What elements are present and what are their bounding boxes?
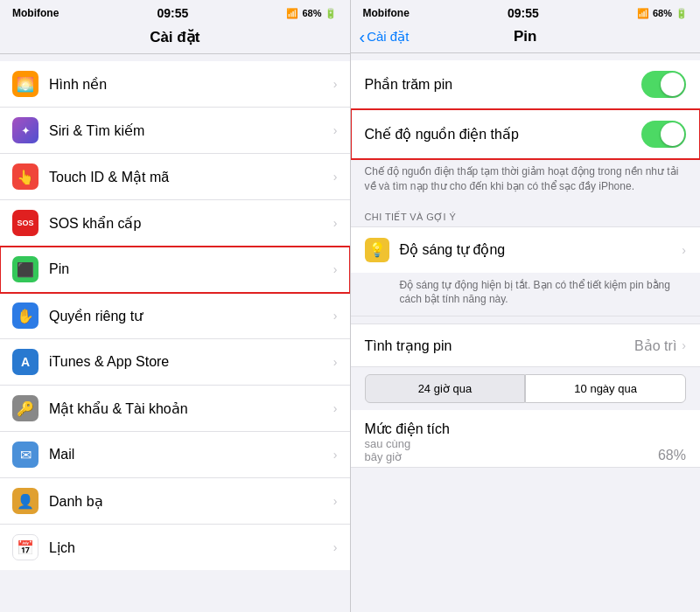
settings-item-itunes[interactable]: A iTunes & App Store ›: [0, 339, 350, 386]
battery-level: 68%: [302, 8, 321, 18]
mail-icon: ✉: [12, 442, 38, 468]
auto-brightness-section: 💡 Độ sáng tự động › Độ sáng tự động hiện…: [351, 226, 701, 317]
danhba-chevron: ›: [333, 494, 338, 508]
last-charge-section: Mức điện tích sau cùng bây giờ 68%: [351, 410, 701, 468]
siri-chevron: ›: [333, 123, 338, 137]
tab-row: 24 giờ qua 10 ngày qua: [351, 367, 701, 410]
left-panel: Mobifone 09:55 📶 68% 🔋 Cài đặt 🌅 Hình nề…: [0, 0, 350, 612]
lich-chevron: ›: [333, 540, 338, 554]
touchid-icon: 👆: [12, 163, 38, 190]
sos-chevron: ›: [333, 216, 338, 230]
phantram-label: Phần trăm pin: [365, 76, 642, 93]
auto-brightness-label: Độ sáng tự động: [400, 241, 682, 258]
left-status-bar: Mobifone 09:55 📶 68% 🔋: [0, 0, 350, 24]
settings-item-sos[interactable]: SOS SOS khẩn cấp ›: [0, 200, 350, 247]
phantram-row[interactable]: Phần trăm pin: [351, 60, 701, 109]
chedomguon-toggle[interactable]: [641, 121, 686, 148]
hinhnen-icon: 🌅: [12, 71, 38, 97]
last-charge-sub: sau cùng: [365, 437, 450, 450]
right-nav-bar: ‹ Cài đặt Pin: [351, 24, 701, 53]
matkhau-label: Mật khẩu & Tài khoản: [49, 400, 330, 417]
settings-group: 🌅 Hình nền › ✦ Siri & Tìm kiếm › 👆 Touch…: [0, 61, 350, 570]
quyen-icon: ✋: [12, 303, 38, 329]
tinh-trang-chevron: ›: [682, 338, 686, 352]
auto-brightness-row[interactable]: 💡 Độ sáng tự động ›: [351, 227, 701, 273]
mail-chevron: ›: [333, 448, 338, 462]
last-charge-value: 68%: [658, 448, 686, 463]
battery-icon: 🔋: [325, 8, 337, 19]
danhba-label: Danh bạ: [49, 493, 330, 510]
itunes-chevron: ›: [333, 355, 338, 369]
settings-item-pin[interactable]: ⬛ Pin ›: [0, 247, 350, 293]
chedomguon-label: Chế độ nguồn điện thấp: [365, 126, 642, 143]
settings-item-quyen[interactable]: ✋ Quyền riêng tư ›: [0, 293, 350, 339]
last-charge-row: Mức điện tích sau cùng bây giờ 68%: [351, 410, 701, 468]
settings-item-lich[interactable]: 📅 Lịch ›: [0, 525, 350, 570]
hinhnen-chevron: ›: [333, 77, 338, 91]
left-nav-title: Cài đặt: [150, 28, 200, 46]
tab-10d[interactable]: 10 ngày qua: [525, 374, 686, 403]
right-carrier: Mobifone: [363, 7, 410, 19]
right-battery-level: 68%: [653, 8, 672, 18]
pin-label: Pin: [49, 261, 330, 277]
left-settings-list: 🌅 Hình nền › ✦ Siri & Tìm kiếm › 👆 Touch…: [0, 54, 350, 612]
left-status-icons: 📶 68% 🔋: [286, 8, 337, 19]
auto-brightness-desc: Độ sáng tự động hiện bị tắt. Bạn có thể …: [351, 273, 701, 316]
last-charge-sub2: bây giờ: [365, 450, 450, 463]
back-label: Cài đặt: [367, 29, 409, 45]
right-panel: Mobifone 09:55 📶 68% 🔋 ‹ Cài đặt Pin Phầ…: [351, 0, 701, 612]
lich-icon: 📅: [12, 534, 38, 560]
sos-label: SOS khẩn cấp: [49, 215, 330, 232]
wifi-icon: 📶: [286, 8, 298, 19]
chedomguon-toggle-knob: [661, 122, 684, 146]
back-arrow-icon: ‹: [360, 27, 366, 47]
settings-item-touchid[interactable]: 👆 Touch ID & Mật mã ›: [0, 154, 350, 200]
tinh-trang-section: Tình trạng pin Bảo trì ›: [351, 323, 701, 367]
chedomguon-description: Chế độ nguồn điện thấp tạm thời giảm hoạ…: [351, 159, 701, 203]
right-status-icons: 📶 68% 🔋: [637, 8, 688, 19]
siri-label: Siri & Tìm kiếm: [49, 122, 330, 139]
last-charge-label-block: Mức điện tích sau cùng bây giờ: [365, 421, 450, 463]
right-wifi-icon: 📶: [637, 8, 649, 19]
matkhau-icon: 🔑: [12, 395, 38, 421]
pin-content: Phần trăm pin Chế độ nguồn điện thấp Chế…: [351, 53, 701, 612]
quyen-label: Quyền riêng tư: [49, 308, 330, 324]
left-time: 09:55: [157, 6, 188, 20]
settings-item-hinhnen[interactable]: 🌅 Hình nền ›: [0, 61, 350, 108]
phantram-toggle[interactable]: [641, 71, 686, 98]
touchid-chevron: ›: [333, 170, 338, 184]
lich-label: Lịch: [49, 539, 330, 556]
pin-icon: ⬛: [12, 256, 38, 282]
phantram-toggle-knob: [661, 73, 684, 96]
tinh-trang-value: Bảo trì: [634, 337, 676, 354]
tab-24h[interactable]: 24 giờ qua: [365, 374, 526, 403]
auto-brightness-chevron: ›: [682, 243, 686, 257]
left-carrier: Mobifone: [12, 7, 59, 19]
settings-item-danhba[interactable]: 👤 Danh bạ ›: [0, 478, 350, 525]
right-status-bar: Mobifone 09:55 📶 68% 🔋: [351, 0, 701, 24]
pin-chevron: ›: [333, 262, 338, 276]
right-battery-icon: 🔋: [676, 8, 688, 19]
chi-tiet-section-title: CHI TIẾT VÀ GỢI Ý: [351, 203, 701, 226]
sos-icon: SOS: [12, 210, 38, 236]
tinh-trang-row[interactable]: Tình trạng pin Bảo trì ›: [351, 324, 701, 366]
last-charge-title: Mức điện tích: [365, 421, 450, 437]
touchid-label: Touch ID & Mật mã: [49, 169, 330, 185]
itunes-icon: A: [12, 349, 38, 375]
top-section: Phần trăm pin: [351, 60, 701, 109]
back-button[interactable]: ‹ Cài đặt: [360, 27, 410, 47]
chedomguon-section: Chế độ nguồn điện thấp: [351, 109, 701, 159]
settings-item-matkhau[interactable]: 🔑 Mật khẩu & Tài khoản ›: [0, 386, 350, 432]
settings-item-mail[interactable]: ✉ Mail ›: [0, 432, 350, 478]
settings-item-siri[interactable]: ✦ Siri & Tìm kiếm ›: [0, 108, 350, 154]
matkhau-chevron: ›: [333, 401, 338, 415]
right-nav-title: Pin: [514, 28, 536, 45]
mail-label: Mail: [49, 447, 330, 462]
auto-bright-icon: 💡: [365, 238, 389, 262]
itunes-label: iTunes & App Store: [49, 354, 330, 370]
quyen-chevron: ›: [333, 309, 338, 323]
danhba-icon: 👤: [12, 488, 38, 514]
siri-icon: ✦: [12, 117, 38, 143]
chedomguon-row[interactable]: Chế độ nguồn điện thấp: [351, 109, 701, 159]
right-time: 09:55: [508, 6, 539, 20]
